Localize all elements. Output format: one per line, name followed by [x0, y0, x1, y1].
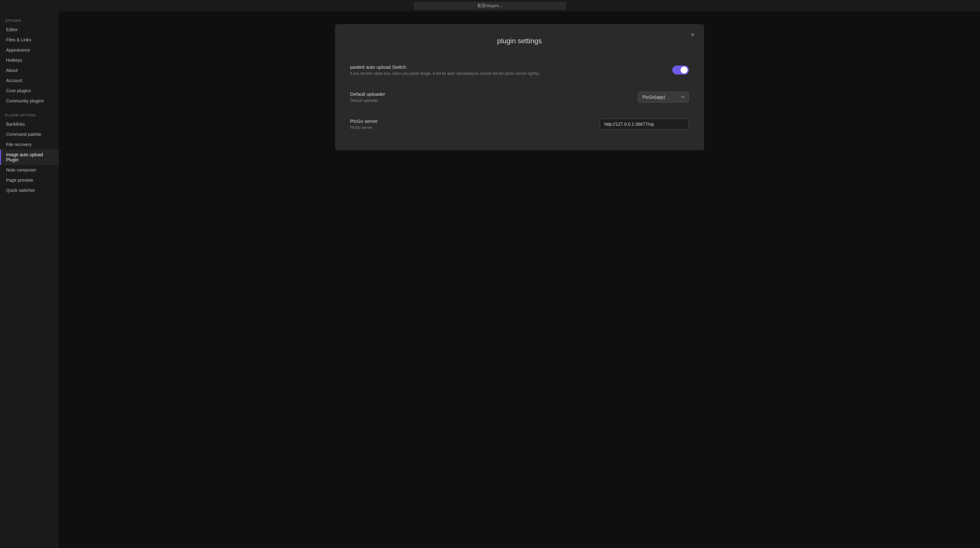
sidebar-item-file-recovery[interactable]: File recovery — [0, 139, 59, 150]
pasted-auto-upload-toggle[interactable] — [672, 65, 689, 75]
sidebar-item-about[interactable]: About — [0, 65, 59, 75]
toggle-slider — [672, 65, 689, 75]
pasted-auto-upload-info: pasted auto upload Switch if you set thi… — [350, 64, 672, 76]
sidebar-item-core-plugins[interactable]: Core plugins — [0, 86, 59, 96]
sidebar-item-note-composer[interactable]: Note composer — [0, 165, 59, 175]
sidebar-item-page-preview[interactable]: Page preview — [0, 175, 59, 185]
sidebar-item-appearance[interactable]: Appearance — [0, 45, 59, 55]
default-uploader-select[interactable]: PicGo(app) smms tcyun github — [638, 92, 689, 102]
app-container: OPTIONS Editor Files & Links Appearance … — [0, 0, 980, 548]
default-uploader-info: Default uploader Default uploader — [350, 91, 638, 103]
modal-overlay: × plugin settings pasted auto upload Swi… — [59, 11, 980, 548]
main-content: × plugin settings pasted auto upload Swi… — [59, 11, 980, 548]
pasted-auto-upload-desc: if you set this value true, when you pas… — [350, 71, 573, 76]
sidebar-item-backlinks[interactable]: Backlinks — [0, 119, 59, 129]
sidebar-item-quick-switcher[interactable]: Quick switcher — [0, 185, 59, 195]
picgo-server-desc: PicGo server — [350, 125, 573, 130]
sidebar-item-community-plugins[interactable]: Community plugins — [0, 96, 59, 106]
picgo-server-row: PicGo server PicGo server — [350, 111, 689, 137]
sidebar-item-files-links[interactable]: Files & Links — [0, 35, 59, 45]
sidebar-item-editor[interactable]: Editor — [0, 24, 59, 35]
default-uploader-row: Default uploader Default uploader PicGo(… — [350, 84, 689, 111]
modal-close-button[interactable]: × — [688, 30, 697, 40]
picgo-server-input[interactable] — [600, 119, 689, 129]
sidebar-item-image-auto-upload[interactable]: Image auto upload Plugin — [0, 150, 59, 165]
default-uploader-title: Default uploader — [350, 91, 638, 97]
default-uploader-desc: Default uploader — [350, 98, 573, 103]
toggle-container — [672, 65, 689, 75]
top-bar: 配置/skypro... — [0, 0, 980, 11]
sidebar-item-account[interactable]: Account — [0, 75, 59, 86]
pasted-auto-upload-title: pasted auto upload Switch — [350, 64, 672, 70]
top-bar-text: 配置/skypro... — [414, 2, 566, 10]
sidebar-item-command-palette[interactable]: Command palette — [0, 129, 59, 139]
picgo-server-title: PicGo server — [350, 118, 600, 124]
sidebar: OPTIONS Editor Files & Links Appearance … — [0, 11, 59, 548]
picgo-server-info: PicGo server PicGo server — [350, 118, 600, 130]
pasted-auto-upload-row: pasted auto upload Switch if you set thi… — [350, 57, 689, 84]
sidebar-item-hotkeys[interactable]: Hotkeys — [0, 55, 59, 65]
options-section-label: OPTIONS — [0, 16, 59, 24]
plugin-settings-modal: × plugin settings pasted auto upload Swi… — [335, 24, 704, 150]
modal-title: plugin settings — [350, 37, 689, 45]
plugin-options-section-label: PLUGIN OPTIONS — [0, 111, 59, 119]
